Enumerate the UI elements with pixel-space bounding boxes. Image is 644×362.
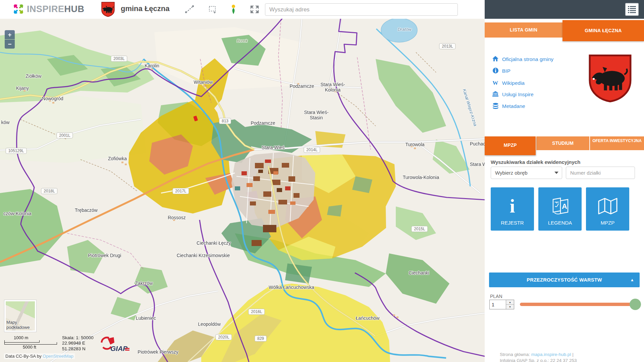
latitude-value: 51.28283 N <box>62 346 94 352</box>
inspirehub-logo-icon <box>13 3 24 15</box>
link-bip[interactable]: BIP <box>492 68 573 75</box>
map-place-label: Podzamcze <box>251 120 275 126</box>
fullscreen-icon[interactable] <box>248 4 261 15</box>
tab-gmina-leczna[interactable]: GMINA ŁĘCZNA <box>562 20 644 41</box>
map-place-label: Turowola <box>405 142 424 147</box>
map-place-label: Ciechanki <box>409 270 429 276</box>
layers-list-icon[interactable] <box>625 3 639 16</box>
road-badge: 2003L <box>111 56 127 62</box>
legenda-button[interactable]: A LEGENDA <box>538 187 582 231</box>
zoom-in-button[interactable]: + <box>5 30 15 39</box>
map-place-label: Piotrówek Drugi <box>88 253 121 258</box>
map-place-label: Lubieniec <box>136 315 156 321</box>
map-place-label: Turowola-Kolonia <box>403 175 439 180</box>
gmina-crest-large <box>587 54 633 103</box>
map-place-label: Łańcuchów <box>356 315 380 321</box>
road-badge: 2015L <box>411 226 428 232</box>
district-select[interactable]: Wybierz obręb <box>491 167 562 179</box>
top-header: INSPIREHUB gmina Łęczna <box>0 0 644 19</box>
tab-oferta-inwestycyjna[interactable]: OFERTA INWESTYCYJNA <box>590 136 644 150</box>
tab-lista-gmin[interactable]: LISTA GMIN <box>485 22 562 38</box>
chevron-up-icon: ▲ <box>630 273 634 287</box>
map-place-label: Wólka Łańcuchowska <box>269 285 314 290</box>
homepage-link[interactable]: mapa.inspire-hub.pl <box>531 352 571 357</box>
map-canvas[interactable]: ZiółkówKijanyNowogródkówZofiówkaczów-Kol… <box>0 19 485 362</box>
scale-bar: 1000 m 5000 ft <box>4 335 57 350</box>
legend-icon: A <box>538 192 582 220</box>
sidebar: LISTA GMIN GMINA ŁĘCZNA Oficjalna strona… <box>485 19 644 362</box>
longitude-value: 22.96948 E <box>62 341 94 346</box>
road-badge: 2016L <box>248 309 265 315</box>
map-place-label: Zakrzów <box>135 281 153 286</box>
map-place-label: Ciechanki Krzesimowskie <box>177 253 230 258</box>
map-place-label: ków <box>1 120 10 125</box>
measure-distance-icon[interactable] <box>183 4 196 15</box>
map-place-label: Borek <box>237 39 248 43</box>
map-place-label: Rossosz <box>168 215 186 220</box>
map-graphics <box>0 19 485 362</box>
marker-tool-icon[interactable] <box>227 4 240 15</box>
map-attribution: Data CC-By-SA by OpenStreetMap <box>4 353 75 359</box>
gmina-crest-small-icon[interactable] <box>99 2 117 17</box>
stepper-up-button[interactable]: ▲ <box>506 300 514 305</box>
page-title: gmina Łęczna <box>121 4 169 13</box>
link-metadane[interactable]: Metadane <box>492 103 573 110</box>
road-badge: 2020L <box>215 334 232 340</box>
map-place-label: Podzamcze <box>289 83 314 89</box>
transparency-slider[interactable] <box>520 303 640 306</box>
plan-tabs: MPZP STUDIUM OFERTA INWESTYCYJNA <box>485 136 644 155</box>
map-place-label: Stara Wieś- Kolonia <box>320 82 345 93</box>
map-place-label: czów-Kolonia <box>3 211 31 216</box>
sidebar-footer: Strona główna: mapa.inspire-hub.pl | Inf… <box>500 352 577 362</box>
stepper-down-button[interactable]: ▼ <box>506 305 514 309</box>
giap-logo: GIAP <box>99 336 130 355</box>
plan-layer-label: PLAN <box>490 294 502 299</box>
transparency-header[interactable]: PRZEZROCZYSTOŚĆ WARSTW ▲ <box>489 273 640 287</box>
chevron-down-icon <box>554 172 558 174</box>
gmina-links: Oficjalna strona gminy BIP W Wikipedia U… <box>492 56 573 116</box>
brand-text: INSPIREHUB <box>27 4 85 14</box>
map-place-label: Piotrówek Pierwszy <box>138 349 178 355</box>
road-badge: 2001L <box>56 132 73 138</box>
map-place-label: Karolin <box>145 63 159 68</box>
parcel-number-input[interactable] <box>566 167 635 179</box>
map-place-label: Zofiówka <box>108 156 127 161</box>
mpzp-button[interactable]: MPZP <box>586 187 629 231</box>
road-badge: 813 <box>219 118 231 124</box>
measure-area-icon[interactable] <box>206 4 219 15</box>
osm-link[interactable]: OpenStreetMap <box>43 354 73 359</box>
map-place-label: Ciechanki Łęczy <box>197 240 231 246</box>
slider-handle[interactable] <box>630 299 641 310</box>
plan-value-stepper: ▲ ▼ <box>489 300 514 309</box>
map-place-label: Dratów <box>397 27 411 32</box>
zoom-out-button[interactable]: − <box>5 40 15 49</box>
road-badge: 2013L <box>439 43 455 49</box>
address-search-input[interactable] <box>265 3 458 16</box>
tab-mpzp[interactable]: MPZP <box>485 136 536 155</box>
info-icon: i <box>491 192 534 220</box>
map-place-label: Witaniów <box>194 79 213 85</box>
map-place-label: Puchac <box>470 141 485 146</box>
basemap-label: Mapy podkładowe <box>6 320 35 330</box>
scale-text: Skala: 1: 50000 <box>62 335 94 341</box>
parcel-search-heading: Wyszukiwarka działek ewidencyjnych <box>491 159 580 165</box>
map-place-label: Kijany <box>16 85 29 91</box>
road-badge: 2018L <box>41 188 57 194</box>
inspirehub-logo[interactable]: INSPIREHUB <box>13 3 85 15</box>
basemap-switcher[interactable]: Mapy podkładowe <box>4 300 37 332</box>
map-place-label: Nowogród <box>42 96 63 101</box>
info-icon <box>492 68 499 75</box>
map-place-label: Stara Wieś- Stasin <box>304 110 328 120</box>
road-badge: 2014L <box>304 147 320 153</box>
database-icon <box>492 103 499 110</box>
map-place-label: Stara W <box>470 162 485 167</box>
tab-studium[interactable]: STUDIUM <box>536 136 589 150</box>
home-icon <box>492 56 499 63</box>
link-official-site[interactable]: Oficjalna strona gminy <box>492 56 573 63</box>
plan-value-input[interactable] <box>490 300 506 309</box>
rejestr-button[interactable]: i REJESTR <box>491 187 534 231</box>
zoom-controls: + − <box>5 30 15 49</box>
link-wikipedia[interactable]: W Wikipedia <box>492 80 573 86</box>
link-uslugi-inspire[interactable]: Usługi Inspire <box>492 92 573 98</box>
inspirehub-app: INSPIREHUB gmina Łęczna <box>0 0 644 362</box>
